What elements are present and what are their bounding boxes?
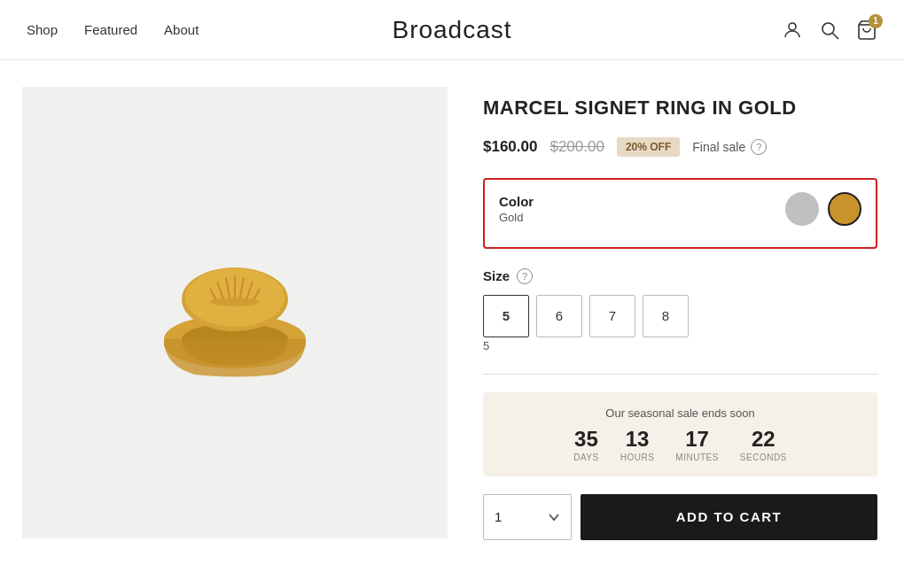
quantity-selector[interactable]: 1 (483, 494, 572, 540)
svg-point-1 (822, 23, 834, 35)
final-sale-text: Final sale (692, 140, 745, 154)
nav-right: 1 (782, 19, 877, 41)
countdown-minutes-num: 17 (685, 429, 709, 450)
search-button[interactable] (819, 19, 840, 41)
product-title: MARCEL SIGNET RING IN GOLD (483, 96, 877, 121)
nav-left: Shop Featured About (27, 22, 199, 37)
search-icon (819, 19, 840, 41)
countdown-hours: 13 HOURS (620, 429, 655, 462)
countdown-seconds: 22 SECONDS (740, 429, 787, 462)
color-swatch-silver[interactable] (785, 192, 819, 226)
size-options: 5 6 7 8 (483, 295, 877, 337)
size-btn-7[interactable]: 7 (589, 295, 635, 337)
product-details: MARCEL SIGNET RING IN GOLD $160.00 $200.… (483, 87, 877, 540)
size-section: Size ? 5 6 7 8 5 (483, 268, 877, 352)
countdown-numbers: 35 DAYS 13 HOURS 17 MINUTES 22 SECONDS (501, 429, 860, 462)
countdown-minutes-label: MINUTES (675, 453, 719, 462)
color-selected-name: Gold (499, 211, 534, 224)
price-original: $200.00 (549, 138, 604, 156)
color-swatches (785, 192, 861, 226)
size-btn-6[interactable]: 6 (536, 295, 582, 337)
color-header: Color Gold (499, 192, 861, 226)
svg-point-16 (210, 298, 260, 306)
color-swatch-gold[interactable] (828, 192, 861, 226)
color-section: Color Gold (483, 178, 877, 249)
countdown-days-num: 35 (574, 429, 598, 450)
account-button[interactable] (782, 19, 803, 41)
cart-row: 1 ADD TO CART (483, 494, 877, 540)
size-label: Size (483, 268, 510, 283)
final-sale-row: Final sale ? (692, 139, 767, 155)
cart-badge: 1 (869, 14, 883, 28)
size-selected-display: 5 (483, 339, 877, 352)
add-to-cart-button[interactable]: ADD TO CART (581, 494, 877, 540)
size-help-icon[interactable]: ? (517, 268, 533, 284)
cart-button[interactable]: 1 (856, 19, 877, 41)
countdown-seconds-num: 22 (752, 429, 775, 450)
nav-shop[interactable]: Shop (27, 22, 58, 37)
nav-featured[interactable]: Featured (84, 22, 137, 37)
brand-title: Broadcast (392, 16, 511, 44)
user-icon (782, 19, 803, 41)
price-row: $160.00 $200.00 20% OFF Final sale ? (483, 137, 877, 157)
product-image (124, 202, 346, 423)
sale-countdown-text: Our seasonal sale ends soon (501, 406, 860, 420)
countdown-seconds-label: SECONDS (740, 453, 787, 462)
discount-badge: 20% OFF (617, 137, 680, 157)
color-label: Color (499, 194, 534, 209)
countdown-hours-label: HOURS (620, 453, 655, 462)
size-header: Size ? (483, 268, 877, 284)
svg-point-0 (789, 23, 796, 30)
chevron-down-icon (548, 511, 560, 523)
countdown-hours-num: 13 (626, 429, 650, 450)
svg-line-2 (833, 33, 839, 39)
sale-countdown: Our seasonal sale ends soon 35 DAYS 13 H… (483, 392, 877, 476)
header: Shop Featured About Broadcast 1 (0, 0, 904, 60)
price-current: $160.00 (483, 138, 537, 156)
main-content: MARCEL SIGNET RING IN GOLD $160.00 $200.… (0, 60, 904, 567)
countdown-days: 35 DAYS (573, 429, 599, 462)
size-btn-8[interactable]: 8 (643, 295, 689, 337)
quantity-value: 1 (495, 509, 502, 524)
product-image-container (22, 87, 448, 538)
final-sale-help-icon[interactable]: ? (751, 139, 767, 155)
size-btn-5[interactable]: 5 (483, 295, 529, 337)
size-divider (483, 374, 877, 375)
countdown-days-label: DAYS (573, 453, 599, 462)
countdown-minutes: 17 MINUTES (675, 429, 719, 462)
nav-about[interactable]: About (164, 22, 199, 37)
